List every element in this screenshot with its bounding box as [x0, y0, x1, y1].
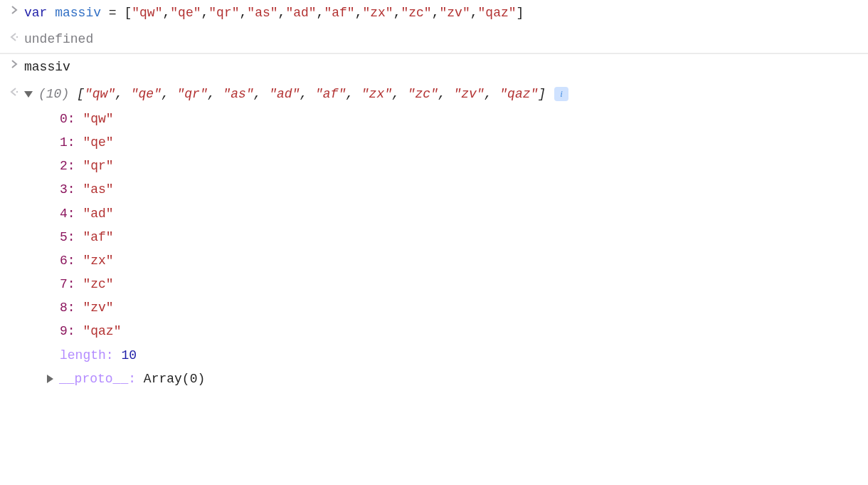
array-output-content: (10) ["qw", "qe", "qr", "as", "ad", "af"…: [24, 85, 868, 391]
comma: ,: [346, 87, 361, 101]
entry-index: 2:: [60, 159, 75, 173]
expand-toggle-icon[interactable]: [47, 375, 53, 383]
string-literal: "qaz": [499, 87, 538, 101]
comma: ,: [317, 6, 324, 20]
comma: ,: [355, 6, 363, 20]
comma: ,: [208, 87, 223, 101]
entry-value: "qe": [83, 135, 113, 150]
entry-value: "qw": [83, 112, 113, 126]
array-entries: 0: "qw"1: "qe"2: "qr"3: "as"4: "ad"5: "a…: [24, 103, 861, 391]
expand-toggle-icon[interactable]: [24, 91, 33, 98]
entry-index: 4:: [60, 207, 75, 221]
string-literal: "af": [324, 6, 354, 20]
entry-value: "zc": [83, 277, 113, 291]
string-literal: "qr": [208, 6, 239, 20]
array-entry[interactable]: 3: "as": [60, 178, 861, 202]
close-bracket: ]: [517, 6, 524, 20]
comma: ,: [162, 6, 170, 20]
array-entry[interactable]: 9: "qaz": [60, 320, 861, 343]
string-literal: "qe": [170, 6, 201, 20]
array-entry[interactable]: 7: "zc": [60, 273, 861, 296]
keyword-var: var: [24, 6, 47, 20]
entry-value: "ad": [83, 207, 113, 221]
length-key: length:: [60, 348, 114, 363]
comma: ,: [485, 87, 500, 101]
comma: ,: [115, 87, 131, 101]
entry-value: "zv": [83, 301, 113, 315]
comma: ,: [432, 6, 440, 20]
entry-index: 7:: [60, 277, 75, 291]
comma: ,: [240, 6, 248, 20]
string-literal: "qw": [132, 6, 162, 20]
array-entry[interactable]: 4: "ad": [60, 202, 861, 226]
proto-key: __proto__:: [59, 372, 136, 386]
string-literal: "af": [315, 87, 346, 101]
array-entry[interactable]: 0: "qw": [60, 108, 861, 131]
entry-index: 0:: [60, 112, 75, 126]
string-literal: "qe": [131, 87, 162, 101]
comma: ,: [470, 6, 478, 20]
open-bracket: [: [124, 6, 132, 20]
string-literal: "zc": [408, 87, 438, 101]
console-output-row-undefined: undefined: [0, 26, 868, 53]
array-entry[interactable]: 8: "zv": [60, 296, 861, 320]
entry-index: 1:: [60, 135, 75, 150]
array-entry[interactable]: 6: "zx": [60, 249, 861, 273]
input-prompt-icon: [4, 58, 24, 68]
array-preview-items: "qw", "qe", "qr", "as", "ad", "af", "zx"…: [85, 87, 538, 101]
string-literal: "zx": [361, 87, 392, 101]
comma: ,: [300, 87, 315, 101]
array-entry[interactable]: 2: "qr": [60, 155, 861, 178]
comma: ,: [278, 6, 286, 20]
undefined-value[interactable]: undefined: [24, 31, 868, 48]
input-prompt-icon: [4, 4, 24, 14]
info-icon[interactable]: i: [554, 87, 568, 101]
array-count: (10): [38, 87, 69, 101]
comma: ,: [393, 6, 401, 20]
comma: ,: [392, 87, 408, 101]
length-property[interactable]: length: 10: [60, 344, 861, 367]
string-literal: "ad": [285, 6, 316, 20]
entry-index: 3:: [60, 182, 75, 197]
array-literal-items: "qw","qe","qr","as","ad","af","zx","zc",…: [132, 6, 516, 20]
string-literal: "qaz": [478, 6, 517, 20]
length-value: 10: [121, 348, 137, 363]
comma: ,: [162, 87, 177, 101]
array-preview: (10) ["qw", "qe", "qr", "as", "ad", "af"…: [38, 85, 546, 103]
string-literal: "zx": [362, 6, 393, 20]
variable-name: massiv: [55, 6, 101, 20]
array-entry[interactable]: 5: "af": [60, 226, 861, 249]
string-literal: "qr": [177, 87, 208, 101]
proto-property[interactable]: __proto__: Array(0): [47, 367, 861, 391]
svg-point-0: [16, 36, 18, 38]
string-literal: "ad": [269, 87, 300, 101]
entry-index: 6:: [60, 254, 75, 268]
entry-value: "as": [83, 182, 113, 197]
code-line-2[interactable]: massiv: [24, 58, 868, 76]
close-bracket: ]: [538, 87, 546, 101]
proto-value: Array(0): [144, 372, 205, 386]
string-literal: "zc": [401, 6, 431, 20]
console-output-row-array: (10) ["qw", "qe", "qr", "as", "ad", "af"…: [0, 81, 868, 395]
console-input-row-2: massiv: [0, 53, 868, 80]
string-literal: "zv": [440, 6, 470, 20]
output-return-icon: [4, 31, 24, 42]
array-entry[interactable]: 1: "qe": [60, 131, 861, 155]
string-literal: "as": [247, 6, 277, 20]
comma: ,: [438, 87, 454, 101]
string-literal: "qw": [85, 87, 115, 101]
entry-index: 9:: [60, 324, 75, 338]
output-return-icon: [4, 85, 24, 97]
entry-value: "qaz": [83, 324, 121, 338]
entry-index: 8:: [60, 301, 75, 315]
entry-index: 5:: [60, 230, 75, 244]
string-literal: "as": [223, 87, 253, 101]
entry-value: "af": [83, 230, 113, 244]
equals-sign: =: [101, 6, 124, 20]
entry-value: "qr": [83, 159, 113, 173]
code-line-1[interactable]: var massiv = ["qw","qe","qr","as","ad","…: [24, 4, 868, 22]
open-bracket: [: [77, 87, 85, 101]
console-input-row-1: var massiv = ["qw","qe","qr","as","ad","…: [0, 0, 868, 26]
array-summary-line[interactable]: (10) ["qw", "qe", "qr", "as", "ad", "af"…: [24, 85, 861, 103]
entry-value: "zx": [83, 254, 113, 268]
